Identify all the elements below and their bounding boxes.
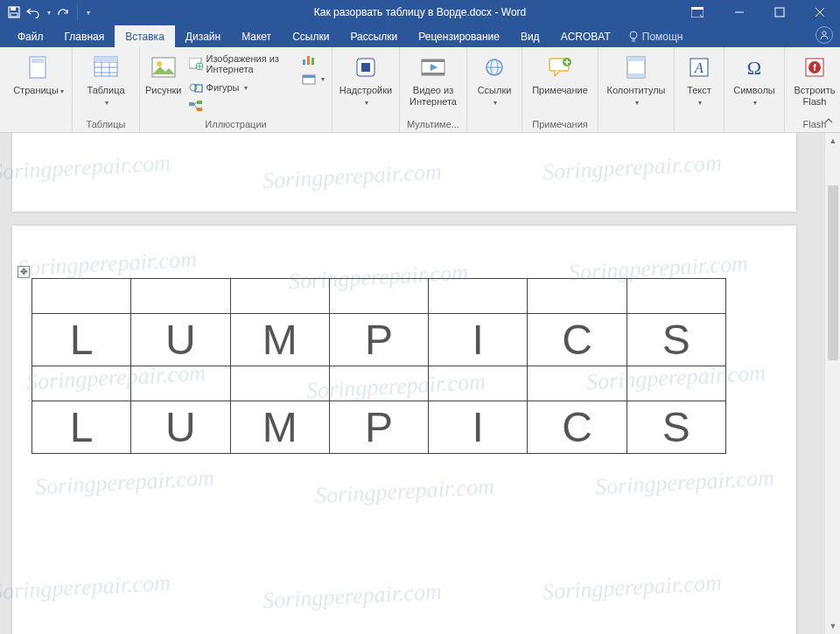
minimize-button[interactable] [719, 0, 760, 24]
table-cell[interactable]: C [528, 314, 626, 366]
table-cell[interactable]: P [329, 401, 428, 454]
table-cell[interactable] [131, 279, 230, 314]
addins-icon [352, 53, 380, 81]
table-cell[interactable]: S [626, 401, 725, 454]
online-video-button[interactable]: Видео из Интернета [405, 50, 461, 108]
table-cell[interactable]: U [131, 314, 230, 366]
close-button[interactable] [800, 0, 840, 24]
shapes-button[interactable]: Фигуры▾ [187, 80, 295, 95]
shapes-icon [189, 81, 203, 94]
group-media: Видео из Интернета Мультиме... [400, 47, 467, 132]
group-comments: Примечание Примечания [522, 47, 598, 132]
table-button[interactable]: Таблица▾ [78, 50, 134, 108]
symbols-label: Символы [733, 85, 775, 95]
tab-references[interactable]: Ссылки [282, 25, 340, 47]
tab-review[interactable]: Рецензирование [408, 25, 510, 47]
account-icon[interactable] [816, 26, 833, 44]
table-cell[interactable] [528, 366, 626, 401]
svg-rect-1 [10, 7, 16, 10]
table-cell[interactable] [626, 366, 725, 401]
scroll-down-icon[interactable]: ▼ [825, 618, 840, 634]
tab-layout[interactable]: Макет [231, 25, 282, 47]
tab-mailings[interactable]: Рассылки [340, 25, 408, 47]
pages-button[interactable]: Страницы▾ [10, 50, 66, 97]
svg-rect-35 [312, 58, 314, 65]
table-cell[interactable] [329, 366, 428, 401]
table-cell[interactable]: L [32, 401, 131, 454]
table-cell[interactable]: M [230, 401, 329, 454]
svg-rect-51 [627, 57, 645, 61]
table-cell[interactable] [32, 279, 131, 314]
online-pictures-icon [189, 58, 203, 70]
table-cell[interactable]: L [32, 314, 131, 366]
svg-rect-29 [197, 101, 202, 104]
table-cell[interactable] [429, 279, 528, 314]
table-cell[interactable]: P [329, 314, 428, 366]
tab-acrobat[interactable]: ACROBAT [550, 25, 621, 47]
table-move-handle-icon[interactable]: ✥ [18, 266, 30, 278]
group-media-label: Мультиме... [405, 117, 461, 132]
vertical-scrollbar[interactable]: ▲ ▼ [824, 133, 840, 634]
link-icon [480, 53, 508, 81]
table-cell[interactable] [626, 279, 725, 314]
online-pictures-button[interactable]: Изображения из Интернета [187, 52, 295, 76]
ribbon-display-options-icon[interactable] [684, 0, 710, 24]
table-cell[interactable]: U [131, 401, 230, 454]
tab-view[interactable]: Вид [510, 25, 550, 47]
headerfooter-button[interactable]: Колонтитулы▾ [604, 50, 668, 108]
group-comments-label: Примечания [528, 117, 592, 132]
chart-button[interactable] [300, 52, 326, 67]
maximize-button[interactable] [760, 0, 800, 24]
tab-design[interactable]: Дизайн [175, 25, 231, 47]
scrollbar-thumb[interactable] [828, 185, 838, 360]
comment-button[interactable]: Примечание [528, 50, 592, 96]
document-table[interactable]: LUMPICS LUMPICS [32, 278, 726, 454]
links-button[interactable]: Ссылки▾ [472, 50, 516, 108]
svg-rect-39 [361, 63, 370, 72]
table-cell[interactable]: I [429, 401, 528, 454]
page-1[interactable] [12, 133, 796, 212]
table-cell[interactable] [32, 366, 131, 401]
table-cell[interactable] [528, 279, 626, 314]
table-cell[interactable] [429, 366, 528, 401]
group-illustrations-label: Иллюстрации [145, 117, 326, 132]
symbols-button[interactable]: Ω Символы▾ [730, 50, 779, 108]
table-cell[interactable]: C [528, 401, 626, 454]
table-row: LUMPICS [32, 314, 726, 366]
pictures-button[interactable]: Рисунки [145, 50, 182, 96]
qat-separator [77, 4, 78, 20]
video-icon [419, 53, 447, 81]
text-icon: A [685, 53, 713, 81]
scroll-up-icon[interactable]: ▲ [825, 133, 840, 149]
redo-icon[interactable] [56, 5, 70, 19]
save-icon[interactable] [7, 5, 21, 19]
svg-point-9 [630, 31, 637, 38]
tab-insert[interactable]: Вставка [115, 25, 175, 47]
table-cell[interactable] [131, 366, 230, 401]
flash-button[interactable]: f Встроить Flash [790, 50, 839, 108]
tell-me[interactable]: Помощн [621, 25, 694, 47]
table-cell[interactable]: I [429, 314, 528, 366]
comment-icon [546, 53, 574, 81]
undo-icon[interactable] [26, 5, 40, 19]
ribbon: Страницы▾ Таблица▾ Таблицы Рисунки Изобр… [0, 47, 840, 133]
pictures-label: Рисунки [145, 85, 182, 96]
table-cell[interactable]: M [230, 314, 329, 366]
text-button[interactable]: A Текст▾ [680, 50, 718, 108]
tab-home[interactable]: Главная [54, 25, 116, 47]
screenshot-button[interactable]: ▾ [300, 71, 326, 87]
text-label: Текст [687, 85, 711, 95]
tab-file[interactable]: Файл [7, 25, 54, 47]
group-pages: Страницы▾ [5, 47, 73, 132]
addins-button[interactable]: Надстройки▾ [338, 50, 394, 108]
table-cell[interactable]: S [626, 314, 725, 366]
table-cell[interactable] [329, 279, 428, 314]
page-2[interactable]: ✥ LUMPICS LUMPICS [12, 226, 796, 634]
collapse-ribbon-icon[interactable] [821, 113, 836, 129]
table-cell[interactable] [230, 366, 329, 401]
table-cell[interactable] [230, 279, 329, 314]
smartart-button[interactable] [187, 99, 295, 115]
qat-customize-icon[interactable]: ▾ [87, 9, 90, 17]
window-controls [684, 0, 840, 24]
undo-dropdown-icon[interactable]: ▾ [47, 9, 51, 17]
